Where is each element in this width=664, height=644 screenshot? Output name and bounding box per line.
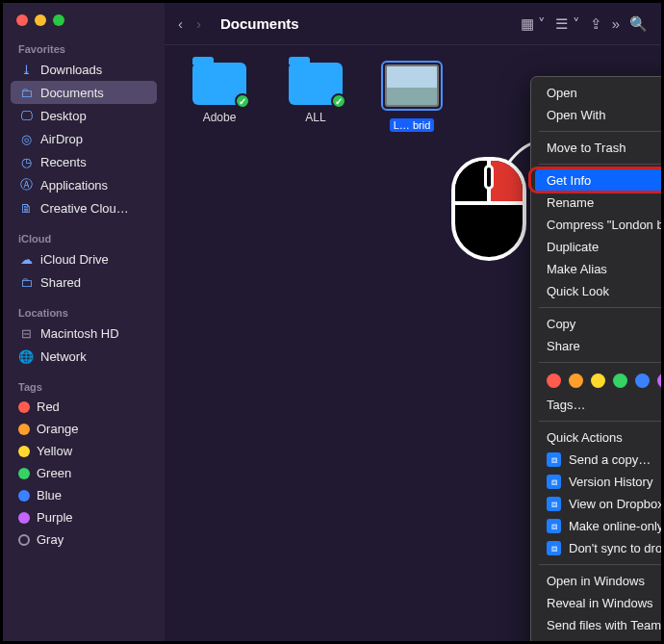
- tag-color-button[interactable]: [657, 374, 664, 388]
- window-title: Documents: [220, 15, 299, 32]
- dropbox-icon: ⧈: [547, 541, 561, 555]
- sidebar-item-creative-cloud[interactable]: 🗎Creative Clou…: [11, 196, 157, 219]
- close-window-button[interactable]: [16, 14, 28, 26]
- sidebar-item-label: Macintosh HD: [40, 326, 119, 341]
- folder-icon: 🗀: [18, 85, 34, 100]
- menu-item-reveal-in-windows[interactable]: Reveal in Windows: [531, 592, 664, 614]
- sidebar-item-airdrop[interactable]: ◎AirDrop: [11, 127, 157, 150]
- desktop-icon: 🖵: [18, 108, 34, 123]
- menu-item-copy[interactable]: Copy: [531, 313, 664, 335]
- sidebar-item-network[interactable]: 🌐Network: [11, 345, 157, 368]
- more-button[interactable]: »: [612, 15, 620, 32]
- sidebar-head-favorites: Favorites: [11, 39, 157, 58]
- tag-color-button[interactable]: [591, 374, 605, 388]
- main-pane: ‹ › Documents ▦ ˅ ☰ ˅ ⇪ » 🔍 ✓ Adobe ✓ AL…: [165, 3, 661, 641]
- menu-item-quick-look[interactable]: Quick Look: [531, 280, 664, 302]
- tag-dot-icon: [18, 401, 30, 413]
- tag-color-row: [531, 368, 664, 394]
- apps-icon: Ⓐ: [18, 177, 34, 193]
- sync-check-icon: ✓: [235, 93, 250, 109]
- menu-item-share[interactable]: Share: [531, 335, 664, 357]
- menu-item-move-to-trash[interactable]: Move to Trash: [531, 137, 664, 159]
- menu-item-label: Send a copy…: [569, 452, 651, 467]
- mouse-illustration: [451, 157, 534, 272]
- sidebar-item-macintosh-hd[interactable]: ⊟Macintosh HD: [11, 322, 157, 345]
- menu-separator: [539, 131, 664, 132]
- menu-item-tags[interactable]: Tags…: [531, 394, 664, 416]
- folder-item[interactable]: ✓ Adobe: [186, 63, 253, 124]
- tag-dot-icon: [18, 446, 30, 457]
- dropbox-icon: ⧈: [547, 475, 561, 489]
- menu-item-compress[interactable]: Compress "London bridge.jpeg": [531, 214, 664, 236]
- minimize-window-button[interactable]: [35, 14, 46, 26]
- sidebar-head-locations: Locations: [11, 303, 157, 322]
- sidebar-item-label: Green: [37, 466, 71, 480]
- sidebar-item-documents[interactable]: 🗀Documents: [11, 81, 157, 104]
- dropbox-icon: ⧈: [547, 519, 561, 533]
- menu-item-open[interactable]: Open: [531, 82, 664, 104]
- sidebar-head-icloud: iCloud: [11, 229, 157, 247]
- sidebar-item-desktop[interactable]: 🖵Desktop: [11, 104, 157, 127]
- menu-item-dont-sync[interactable]: ⧈Don't sync to dropbox.com: [531, 537, 664, 559]
- sidebar-item-label: iCloud Drive: [40, 252, 109, 267]
- menu-item-open-in-windows[interactable]: Open in Windows: [531, 570, 664, 592]
- sidebar-item-label: Documents: [40, 86, 104, 100]
- fullscreen-window-button[interactable]: [53, 14, 64, 26]
- sidebar-item-label: Shared: [40, 275, 81, 290]
- sidebar-item-applications[interactable]: ⒶApplications: [11, 173, 157, 196]
- sidebar-tag-blue[interactable]: Blue: [11, 484, 157, 506]
- context-menu: Open Open With Move to Trash Get Info Re…: [530, 76, 664, 644]
- menu-item-duplicate[interactable]: Duplicate: [531, 236, 664, 258]
- sidebar-item-downloads[interactable]: ⤓Downloads: [11, 58, 157, 81]
- tag-color-button[interactable]: [569, 374, 583, 388]
- menu-separator: [539, 164, 664, 165]
- sidebar-tag-orange[interactable]: Orange: [11, 418, 157, 440]
- file-icon: 🗎: [18, 200, 34, 216]
- menu-item-send-copy[interactable]: ⧈Send a copy…: [531, 449, 664, 471]
- sync-check-icon: ✓: [331, 93, 346, 109]
- tag-dot-icon: [18, 468, 30, 479]
- sidebar-tag-green[interactable]: Green: [11, 462, 157, 484]
- menu-item-label: View on Dropbox.com: [569, 497, 664, 511]
- sidebar-item-icloud-drive[interactable]: ☁iCloud Drive: [11, 247, 157, 270]
- menu-item-get-info[interactable]: Get Info: [535, 169, 664, 192]
- sidebar-item-label: AirDrop: [40, 132, 83, 146]
- folder-icon: ✓: [289, 63, 343, 105]
- folder-item[interactable]: ✓ ALL: [282, 63, 349, 124]
- menu-item-label: Version History: [569, 475, 652, 489]
- tag-dot-icon: [18, 490, 30, 502]
- menu-item-open-with[interactable]: Open With: [531, 104, 664, 126]
- group-button[interactable]: ☰ ˅: [555, 15, 579, 33]
- menu-item-make-alias[interactable]: Make Alias: [531, 258, 664, 280]
- sidebar-tag-red[interactable]: Red: [11, 396, 157, 418]
- search-button[interactable]: 🔍: [629, 15, 648, 33]
- menu-item-view-on-dropbox[interactable]: ⧈View on Dropbox.com: [531, 493, 664, 515]
- sidebar-item-shared[interactable]: 🗀Shared: [11, 270, 157, 294]
- disk-icon: ⊟: [18, 325, 34, 341]
- airdrop-icon: ◎: [18, 131, 34, 146]
- tag-color-button[interactable]: [613, 374, 627, 388]
- sidebar-tag-yellow[interactable]: Yellow: [11, 440, 157, 462]
- image-item-selected[interactable]: L… brid: [378, 63, 446, 132]
- menu-item-version-history[interactable]: ⧈Version History: [531, 471, 664, 493]
- sidebar-item-label: Creative Clou…: [40, 201, 129, 216]
- tag-color-button[interactable]: [547, 374, 561, 388]
- share-button[interactable]: ⇪: [590, 15, 602, 33]
- sidebar-tag-purple[interactable]: Purple: [11, 506, 157, 528]
- sidebar-tag-gray[interactable]: Gray: [11, 528, 157, 551]
- sidebar-item-label: Blue: [37, 488, 62, 502]
- tag-color-button[interactable]: [635, 374, 650, 388]
- forward-button[interactable]: ›: [196, 15, 201, 32]
- shared-icon: 🗀: [18, 274, 34, 290]
- menu-item-make-online-only[interactable]: ⧈Make online-only: [531, 515, 664, 537]
- clock-icon: ◷: [18, 154, 34, 169]
- menu-item-quick-actions[interactable]: Quick Actions: [531, 426, 664, 449]
- menu-item-rename[interactable]: Rename: [531, 192, 664, 214]
- menu-item-send-teamviewer[interactable]: Send files with TeamViewer: [531, 614, 664, 636]
- sidebar-item-recents[interactable]: ◷Recents: [11, 150, 157, 173]
- back-button[interactable]: ‹: [178, 15, 183, 32]
- menu-item-set-desktop-picture[interactable]: Set Desktop Picture: [531, 636, 664, 644]
- file-label: Adobe: [203, 111, 237, 124]
- sidebar-head-tags: Tags: [11, 377, 157, 396]
- view-mode-button[interactable]: ▦ ˅: [521, 15, 546, 33]
